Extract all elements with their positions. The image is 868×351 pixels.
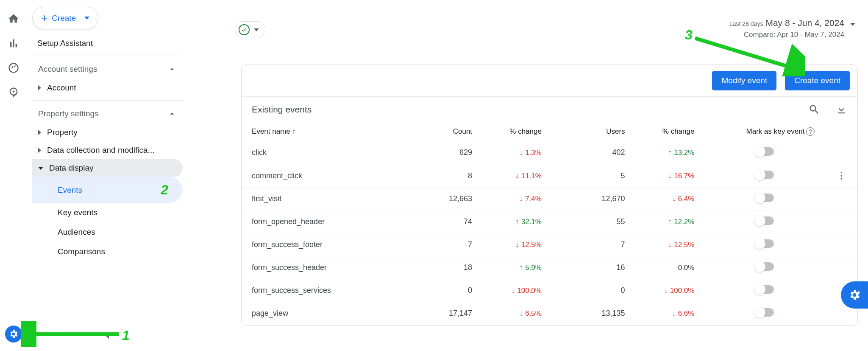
create-button[interactable]: + Create (32, 7, 98, 29)
home-icon[interactable] (8, 13, 19, 25)
chevron-up-icon (167, 109, 177, 118)
status-filter[interactable] (235, 21, 265, 38)
event-name-cell[interactable]: first_visit (242, 188, 417, 211)
triangle-icon (38, 130, 41, 135)
change-users-cell: ↑ 13.2% (635, 141, 705, 164)
col-count[interactable]: Count (417, 122, 482, 141)
row-more-cell (825, 233, 857, 256)
events-table: Event name↑ Count % change Users % chang… (242, 122, 857, 325)
count-cell: 17,147 (417, 302, 482, 325)
check-circle-icon (239, 24, 250, 35)
col-event-name[interactable]: Event name↑ (242, 122, 417, 141)
col-change-count[interactable]: % change (482, 122, 552, 141)
collapse-sidebar-icon[interactable] (102, 331, 113, 343)
event-name-cell[interactable]: page_view (242, 302, 417, 325)
change-count-cell: ↓ 7.4% (482, 188, 552, 211)
arrow-down-icon: ↓ (519, 194, 523, 203)
data-collection-item[interactable]: Data collection and modifica... (32, 141, 183, 159)
chevron-down-icon (84, 17, 89, 20)
table-row[interactable]: form_success_services0↓ 100.0%0↓ 100.0% (242, 279, 857, 302)
count-cell: 629 (417, 141, 482, 164)
icon-rail (0, 0, 27, 351)
count-cell: 0 (417, 279, 482, 302)
event-name-cell[interactable]: comment_click (242, 164, 417, 188)
change-count-cell: ↓ 12.5% (482, 233, 552, 256)
triangle-down-icon (38, 167, 43, 170)
arrow-down-icon: ↓ (519, 148, 523, 157)
toggle-switch[interactable] (755, 216, 774, 225)
audiences-subitem[interactable]: Audiences (32, 222, 183, 242)
explore-icon[interactable] (8, 62, 19, 74)
admin-gear-icon[interactable] (5, 326, 22, 343)
modify-event-button[interactable]: Modify event (712, 71, 776, 90)
advertising-icon[interactable] (8, 87, 19, 98)
help-icon[interactable]: ? (806, 127, 815, 136)
count-cell: 18 (417, 256, 482, 279)
setup-assistant-link[interactable]: Setup Assistant (37, 39, 183, 48)
table-row[interactable]: form_opened_header74↑ 32.1%55↑ 12.2% (242, 211, 857, 233)
events-subitem[interactable]: Events 2 (32, 177, 183, 203)
comparisons-subitem[interactable]: Comparisons (32, 242, 183, 261)
download-icon[interactable] (835, 104, 847, 115)
arrow-up-icon: ↑ (668, 217, 672, 226)
table-row[interactable]: click629↓ 1.3%402↑ 13.2% (242, 141, 857, 164)
row-more-cell: ⋮ (825, 164, 857, 188)
card-actions: Modify event Create event (242, 65, 857, 97)
users-cell: 55 (552, 211, 635, 233)
table-row[interactable]: form_success_header18↑ 5.9%16 0.0% (242, 256, 857, 279)
triangle-icon (38, 85, 41, 90)
change-users-cell: ↓ 16.7% (635, 164, 705, 188)
arrow-up-icon: ↑ (668, 148, 672, 157)
change-users-cell: ↓ 100.0% (635, 279, 705, 302)
arrow-down-icon: ↓ (515, 240, 519, 249)
assistant-fab[interactable] (841, 281, 868, 309)
event-name-cell[interactable]: form_success_header (242, 256, 417, 279)
arrow-down-icon: ↓ (664, 286, 668, 295)
users-cell: 16 (552, 256, 635, 279)
toggle-switch[interactable] (755, 171, 774, 179)
row-more-cell (825, 211, 857, 233)
arrow-down-icon: ↓ (672, 194, 676, 203)
svg-point-2 (859, 292, 860, 294)
event-name-cell[interactable]: click (242, 141, 417, 164)
change-count-cell: ↓ 6.5% (482, 302, 552, 325)
event-name-cell[interactable]: form_opened_header (242, 211, 417, 233)
table-row[interactable]: form_success_footer7↓ 12.5%7↓ 12.5% (242, 233, 857, 256)
toggle-switch[interactable] (755, 285, 774, 294)
count-cell: 7 (417, 233, 482, 256)
chevron-down-icon (254, 28, 259, 31)
date-range-picker[interactable]: Last 28 daysMay 8 - Jun 4, 2024 Compare:… (729, 18, 855, 39)
data-display-item[interactable]: Data display (32, 159, 183, 177)
toggle-switch[interactable] (755, 147, 774, 156)
search-icon[interactable] (808, 104, 820, 115)
reports-icon[interactable] (8, 37, 19, 49)
key-events-subitem[interactable]: Key events (32, 203, 183, 222)
create-event-button[interactable]: Create event (785, 71, 850, 90)
toggle-switch[interactable] (755, 239, 774, 248)
key-toggle-cell (704, 188, 825, 211)
key-toggle-cell (704, 141, 825, 164)
count-cell: 74 (417, 211, 482, 233)
account-item[interactable]: Account (32, 79, 183, 97)
toggle-switch[interactable] (755, 262, 774, 271)
col-change-users[interactable]: % change (635, 122, 705, 141)
users-cell: 12,670 (552, 188, 635, 211)
event-name-cell[interactable]: form_success_footer (242, 233, 417, 256)
toggle-switch[interactable] (755, 308, 774, 317)
toggle-switch[interactable] (755, 194, 774, 202)
more-icon[interactable]: ⋮ (837, 170, 846, 181)
change-count-cell: ↓ 100.0% (482, 279, 552, 302)
create-label: Create (52, 14, 76, 23)
table-row[interactable]: page_view17,147↓ 6.5%13,135↓ 6.6% (242, 302, 857, 325)
col-users[interactable]: Users (552, 122, 635, 141)
table-row[interactable]: comment_click8↓ 11.1%5↓ 16.7%⋮ (242, 164, 857, 188)
admin-sidebar: + Create Setup Assistant Account setting… (27, 0, 188, 351)
change-users-cell: ↓ 6.6% (635, 302, 705, 325)
key-toggle-cell (704, 164, 825, 188)
event-name-cell[interactable]: form_success_services (242, 279, 417, 302)
table-row[interactable]: first_visit12,663↓ 7.4%12,670↓ 6.4% (242, 188, 857, 211)
property-item[interactable]: Property (32, 124, 183, 141)
property-settings-section[interactable]: Property settings (32, 104, 183, 124)
account-settings-section[interactable]: Account settings (32, 59, 183, 79)
users-cell: 5 (552, 164, 635, 188)
